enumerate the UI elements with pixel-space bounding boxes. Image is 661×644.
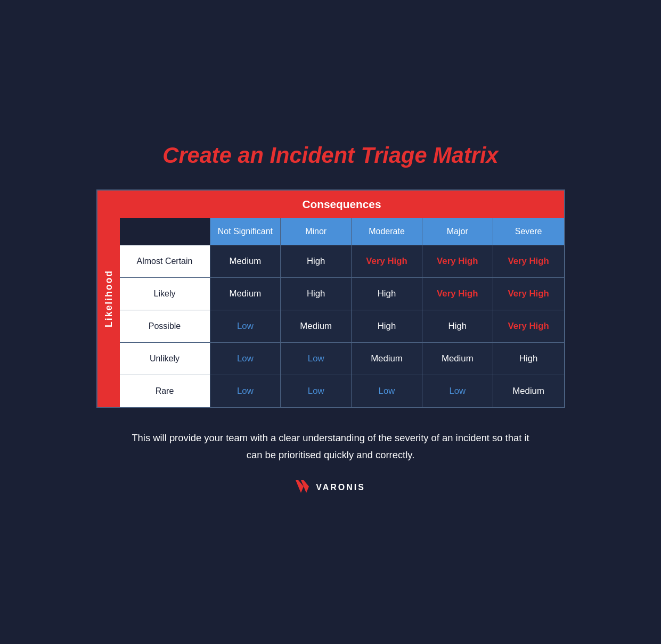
row-header-4: Rare	[120, 375, 210, 407]
cell-3-3: Medium	[422, 343, 493, 375]
cell-2-1: Medium	[281, 310, 352, 342]
col-header-empty-cell	[120, 218, 210, 245]
data-row-0: Almost CertainMediumHighVery HighVery Hi…	[120, 245, 564, 278]
data-row-4: RareLowLowLowLowMedium	[120, 375, 564, 407]
cell-4-2: Low	[352, 375, 422, 407]
cell-0-1: High	[281, 245, 352, 277]
row-header-1: Likely	[120, 278, 210, 310]
row-header-0: Almost Certain	[120, 245, 210, 277]
col-header-3: Major	[422, 218, 493, 245]
data-row-1: LikelyMediumHighHighVery HighVery High	[120, 278, 564, 310]
cell-2-4: Very High	[493, 310, 564, 342]
cell-3-4: High	[493, 343, 564, 375]
varonis-logo-text: VARONIS	[316, 483, 365, 492]
cell-1-3: Very High	[422, 278, 493, 310]
cell-2-3: High	[422, 310, 493, 342]
col-header-4: Severe	[493, 218, 564, 245]
col-header-2: Moderate	[352, 218, 422, 245]
likelihood-label: Likelihood	[103, 270, 114, 328]
cell-0-4: Very High	[493, 245, 564, 277]
cell-2-0: Low	[210, 310, 281, 342]
matrix-wrapper: Likelihood Consequences Not SignificantM…	[96, 189, 565, 408]
cell-2-2: High	[352, 310, 422, 342]
row-header-2: Possible	[120, 310, 210, 342]
cell-3-0: Low	[210, 343, 281, 375]
varonis-chevron-icon	[296, 479, 312, 496]
row-header-3: Unlikely	[120, 343, 210, 375]
logo-area: VARONIS	[96, 479, 565, 496]
col-header-1: Minor	[281, 218, 352, 245]
cell-4-0: Low	[210, 375, 281, 407]
cell-0-0: Medium	[210, 245, 281, 277]
cell-0-2: Very High	[352, 245, 422, 277]
page-container: Create an Incident Triage Matrix Likelih…	[64, 121, 597, 523]
col-headers-row: Not SignificantMinorModerateMajorSevere	[120, 218, 564, 245]
cell-1-4: Very High	[493, 278, 564, 310]
cell-3-2: Medium	[352, 343, 422, 375]
data-row-2: PossibleLowMediumHighHighVery High	[120, 310, 564, 343]
consequences-header: Consequences	[120, 191, 564, 218]
col-header-0: Not Significant	[210, 218, 281, 245]
cell-0-3: Very High	[422, 245, 493, 277]
cell-1-0: Medium	[210, 278, 281, 310]
page-title: Create an Incident Triage Matrix	[96, 143, 565, 168]
cell-4-1: Low	[281, 375, 352, 407]
main-grid: Consequences Not SignificantMinorModerat…	[120, 191, 564, 407]
cell-4-4: Medium	[493, 375, 564, 407]
cell-3-1: Low	[281, 343, 352, 375]
data-rows-container: Almost CertainMediumHighVery HighVery Hi…	[120, 245, 564, 407]
description-text: This will provide your team with a clear…	[123, 430, 538, 463]
cell-1-2: High	[352, 278, 422, 310]
likelihood-label-column: Likelihood	[97, 191, 120, 407]
cell-1-1: High	[281, 278, 352, 310]
cell-4-3: Low	[422, 375, 493, 407]
data-row-3: UnlikelyLowLowMediumMediumHigh	[120, 343, 564, 375]
